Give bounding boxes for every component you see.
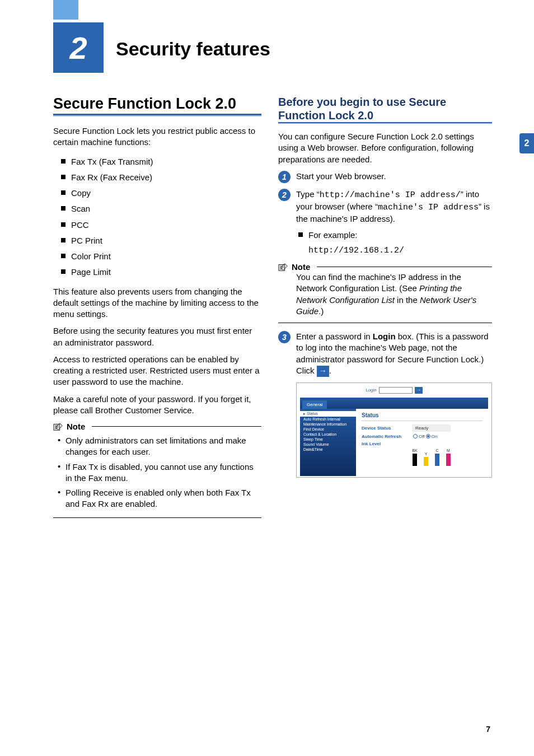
step-text: Type “http://machine's IP address/” into… — [296, 189, 492, 256]
ink-bar-bk — [413, 454, 417, 466]
example-url: http://192.168.1.2/ — [308, 245, 492, 256]
note-end-rule — [278, 323, 492, 323]
page-number: 7 — [486, 725, 490, 734]
step-badge-3: 3 — [278, 331, 291, 343]
sidebar-item[interactable]: Find Device — [303, 427, 353, 432]
example-label: For example: — [298, 228, 492, 242]
sidebar-item-status[interactable]: ▸ Status — [300, 411, 356, 417]
subsection-heading-before-you-begin: Before you begin to use Secure Function … — [278, 95, 492, 123]
function-item: Copy — [61, 185, 261, 201]
function-item: Fax Rx (Fax Receive) — [61, 170, 261, 185]
ink-label-m: M — [447, 449, 450, 452]
function-item: Scan — [61, 201, 261, 217]
login-label: Login — [366, 388, 377, 393]
function-list: Fax Tx (Fax Transmit) Fax Rx (Fax Receiv… — [61, 154, 261, 281]
body-paragraph: This feature also prevents users from ch… — [53, 286, 261, 320]
body-paragraph: Make a careful note of your password. If… — [53, 394, 261, 417]
section-heading-secure-function-lock: Secure Function Lock 2.0 — [53, 95, 261, 115]
right-column: Before you begin to use Secure Function … — [278, 95, 492, 518]
sidebar-item[interactable]: Maintenance Information — [303, 422, 353, 427]
note-icon — [278, 263, 288, 272]
step-2: 2 Type “http://machine's IP address/” in… — [278, 189, 492, 256]
web-main-panel: Status Device Status Ready Automatic Ref… — [356, 409, 488, 476]
tab-general[interactable]: General — [302, 400, 327, 409]
body-paragraph: Access to restricted operations can be e… — [53, 354, 261, 388]
panel-title: Status — [362, 412, 483, 421]
login-go-button[interactable]: → — [415, 387, 423, 394]
side-tab-chapter-indicator: 2 — [519, 133, 534, 153]
note-heading: Note — [53, 422, 261, 431]
ink-label-bk: BK — [412, 449, 417, 452]
ink-level-label: Ink Level — [362, 441, 412, 446]
chapter-title: Security features — [116, 38, 270, 60]
step-3: 3 Enter a password in Login box. (This i… — [278, 331, 492, 377]
ink-bar-m — [446, 454, 451, 466]
step-text: Start your Web browser. — [296, 171, 492, 182]
login-bar: Login → — [297, 383, 491, 398]
device-status-label: Device Status — [362, 426, 412, 431]
accent-strip — [53, 0, 78, 20]
web-sidebar: ▸ Status Auto Refresh Interval Maintenan… — [300, 409, 356, 476]
function-item: PC Print — [61, 233, 261, 249]
radio-off[interactable] — [413, 434, 418, 438]
step-badge-1: 1 — [278, 171, 291, 183]
auto-refresh-label: Automatic Refresh — [362, 434, 412, 439]
ink-level-chart: BK Y C M — [412, 449, 483, 466]
ink-label-y: Y — [425, 452, 428, 456]
step-1: 1 Start your Web browser. — [278, 171, 492, 183]
chapter-number-badge: 2 — [53, 22, 104, 73]
note-list: Only administrators can set limitations … — [58, 433, 261, 512]
code-placeholder: machine's IP address — [378, 203, 479, 212]
sidebar-item[interactable]: Sleep Time — [303, 437, 353, 442]
function-item: Fax Tx (Fax Transmit) — [61, 154, 261, 170]
function-item: PCC — [61, 217, 261, 233]
left-column: Secure Function Lock 2.0 Secure Function… — [53, 95, 261, 518]
ink-bar-c — [435, 454, 439, 466]
sidebar-item[interactable]: Contact & Location — [303, 432, 353, 437]
step-badge-2: 2 — [278, 189, 291, 201]
function-item: Page Limit — [61, 264, 261, 280]
sidebar-item[interactable]: Auto Refresh Interval — [303, 417, 353, 422]
note-label: Note — [292, 262, 310, 272]
note-item: If Fax Tx is disabled, you cannot use an… — [58, 460, 261, 486]
step-text: Enter a password in Login box. (This is … — [296, 331, 492, 377]
device-status-value: Ready — [412, 424, 451, 432]
radio-off-label: Off — [419, 434, 425, 439]
note-icon — [53, 422, 63, 431]
radio-on[interactable] — [426, 434, 430, 438]
note-label: Note — [67, 422, 85, 431]
function-item: Color Print — [61, 249, 261, 264]
chapter-header: 2 Security features — [53, 22, 492, 73]
login-input[interactable] — [379, 387, 413, 394]
ink-bar-y — [424, 457, 428, 466]
body-paragraph: Before using the security features you m… — [53, 325, 261, 348]
login-bold: Login — [373, 332, 396, 341]
note-body: You can find the machine's IP address in… — [296, 272, 492, 317]
embedded-web-screenshot: Login → General ▸ Status Auto Refresh In… — [296, 382, 492, 478]
note-item: Polling Receive is enabled only when bot… — [58, 486, 261, 512]
intro-paragraph: Secure Function Lock lets you restrict p… — [53, 125, 261, 148]
note-heading: Note — [278, 262, 492, 272]
sidebar-item[interactable]: Sound Volume — [303, 442, 353, 447]
note-item: Only administrators can set limitations … — [58, 433, 261, 460]
web-banner: General — [300, 398, 488, 409]
intro-paragraph: You can configure Secure Function Lock 2… — [278, 131, 492, 165]
code-url: http://machine's IP address/ — [320, 190, 461, 200]
arrow-go-button[interactable]: → — [317, 366, 329, 377]
radio-on-label: On — [432, 434, 438, 439]
sidebar-item[interactable]: Date&Time — [303, 447, 353, 452]
ink-label-c: C — [435, 449, 438, 452]
note-end-rule — [53, 517, 261, 518]
